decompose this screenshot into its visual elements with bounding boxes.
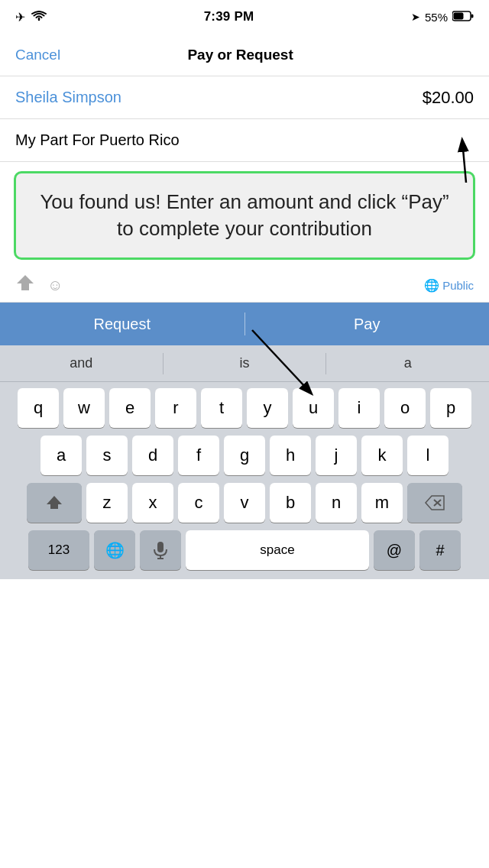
recipient-name[interactable]: Sheila Simpson: [15, 89, 121, 106]
cancel-button[interactable]: Cancel: [15, 47, 60, 63]
key-row-3: z x c v b n m: [3, 483, 486, 523]
svg-line-3: [462, 141, 466, 183]
key-globe[interactable]: 🌐: [94, 530, 135, 570]
key-i[interactable]: i: [338, 388, 380, 428]
key-q[interactable]: q: [18, 388, 59, 428]
key-mic[interactable]: [140, 530, 181, 570]
svg-line-5: [252, 330, 306, 387]
status-right: ➤ 55%: [411, 10, 474, 24]
callout-text: You found us! Enter an amount and click …: [34, 189, 455, 242]
globe-public-icon: 🌐: [424, 278, 439, 293]
key-o[interactable]: o: [384, 388, 426, 428]
svg-marker-4: [17, 275, 34, 290]
key-l[interactable]: l: [407, 436, 449, 475]
key-delete[interactable]: [407, 483, 462, 523]
privacy-public[interactable]: 🌐 Public: [424, 278, 474, 293]
svg-marker-6: [47, 496, 62, 509]
airplane-icon: ✈: [15, 10, 25, 24]
privacy-row: ☺ 🌐 Public: [0, 269, 489, 303]
key-at[interactable]: @: [374, 530, 415, 570]
page-title: Pay or Request: [187, 47, 293, 63]
battery-percent: 55%: [425, 11, 448, 24]
key-r[interactable]: r: [155, 388, 196, 428]
status-bar: ✈ 7:39 PM ➤ 55%: [0, 0, 489, 34]
key-space[interactable]: space: [186, 530, 369, 570]
key-num[interactable]: 123: [28, 530, 89, 570]
key-d[interactable]: d: [132, 436, 173, 475]
key-c[interactable]: c: [178, 483, 219, 523]
key-row-2: a s d f g h j k l: [3, 436, 486, 475]
status-left: ✈: [15, 10, 47, 24]
callout-box: You found us! Enter an amount and click …: [14, 171, 475, 260]
location-icon: ➤: [411, 11, 420, 23]
privacy-label: Public: [442, 279, 474, 292]
emoji-icon: ☺: [47, 277, 63, 294]
svg-rect-9: [157, 542, 164, 552]
wifi-icon: [31, 11, 47, 24]
recipient-row: Sheila Simpson $20.00: [0, 76, 489, 119]
key-p[interactable]: p: [430, 388, 471, 428]
key-row-bottom: 123 🌐 space @ #: [3, 530, 486, 570]
key-n[interactable]: n: [316, 483, 357, 523]
request-button[interactable]: Request: [0, 303, 244, 345]
keyboard-keys: q w e r t y u i o p a s d f g h j k l: [0, 382, 489, 579]
memo-row[interactable]: [0, 119, 489, 162]
key-h[interactable]: h: [270, 436, 311, 475]
suggestion-and[interactable]: and: [0, 345, 163, 381]
key-g[interactable]: g: [224, 436, 265, 475]
pay-arrow: [237, 322, 329, 399]
key-b[interactable]: b: [270, 483, 311, 523]
key-shift[interactable]: [27, 483, 82, 523]
location-share-icon: [15, 274, 35, 297]
key-z[interactable]: z: [86, 483, 128, 523]
suggestion-a[interactable]: a: [326, 345, 489, 381]
key-v[interactable]: v: [224, 483, 265, 523]
key-j[interactable]: j: [316, 436, 357, 475]
key-x[interactable]: x: [132, 483, 173, 523]
key-w[interactable]: w: [63, 388, 105, 428]
recipient-amount: $20.00: [423, 88, 474, 108]
key-f[interactable]: f: [178, 436, 219, 475]
nav-bar: Cancel Pay or Request: [0, 34, 489, 76]
svg-rect-1: [471, 14, 474, 18]
memo-input[interactable]: [15, 131, 474, 149]
svg-rect-2: [454, 12, 464, 19]
key-m[interactable]: m: [361, 483, 403, 523]
status-time: 7:39 PM: [204, 9, 254, 24]
key-hash[interactable]: #: [419, 530, 461, 570]
key-a[interactable]: a: [40, 436, 82, 475]
key-t[interactable]: t: [201, 388, 242, 428]
amount-arrow: [420, 125, 481, 186]
key-k[interactable]: k: [361, 436, 403, 475]
battery-icon: [452, 10, 474, 24]
key-e[interactable]: e: [109, 388, 151, 428]
key-s[interactable]: s: [86, 436, 128, 475]
